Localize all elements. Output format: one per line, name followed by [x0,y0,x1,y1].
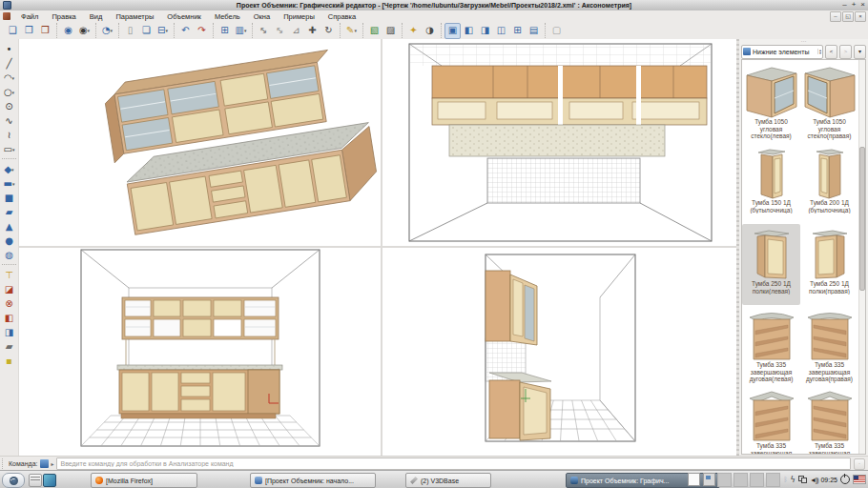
dropdown-arrow-icon[interactable]: ▾ [354,28,357,33]
dropdown-arrow-icon[interactable]: ▾ [12,181,15,187]
menu-item-справка[interactable]: Справка [321,11,362,22]
start-menu-button[interactable] [2,473,25,488]
viewport-side-elevation[interactable] [382,248,736,456]
taskbar-task-1[interactable]: [Mozilla Firefox] [91,473,197,488]
mdi-minimize-button[interactable]: – [830,11,841,22]
dropdown-arrow-icon[interactable]: ▾ [244,28,247,33]
catalog-item[interactable]: Тумба 335 завершающая дуговая(левая) [742,305,800,386]
window-left-icon[interactable]: ◧ [461,23,477,39]
solid-block-icon[interactable]: ▰ [2,205,16,219]
catalog-item[interactable]: Тумба 250 1Д полки(правая) [800,224,858,305]
rect-tool-icon[interactable]: ▭▾ [2,142,16,156]
draw-tool-icon[interactable]: ✎▾ [343,23,360,39]
catalog-item[interactable]: Тумба 335 завершающая дуговая(правая) [800,305,858,386]
move-tool-icon[interactable]: ✚ [304,23,320,39]
catalog-item[interactable]: Тумба 200 1Д (бутылочница) [800,143,858,224]
file-save-icon[interactable]: ⊟▾ [155,23,171,39]
fill-tool-icon[interactable]: ◨ [2,325,16,339]
paint-tool-icon[interactable]: ◧ [2,311,16,325]
window-quad-icon[interactable]: ⊞ [509,23,526,39]
solid-panel-icon[interactable]: ▬▾ [2,176,16,191]
solid-extrude-icon[interactable]: ◆▾ [2,162,16,176]
solid-disc-icon[interactable]: ◍ [2,248,16,262]
dropdown-arrow-icon[interactable]: ▾ [111,28,114,33]
arc-tool-icon[interactable]: ◠▾ [2,71,16,85]
redo-icon[interactable]: ↷ [194,23,210,39]
project-windows-icon[interactable]: ▥▾ [233,23,249,39]
dropdown-arrow-icon[interactable]: ▾ [12,75,15,81]
maximize-button[interactable]: + [852,0,857,10]
catalog-item[interactable]: Тумба 1050 угловая стекло(левая) [742,62,800,143]
skew-tool-icon[interactable]: ⊿ [288,23,304,39]
logout-button[interactable] [840,475,850,484]
dropdown-arrow-icon[interactable]: ▾ [165,28,168,33]
erase-tool-icon[interactable]: ▰ [2,339,16,354]
camera-dark-icon[interactable]: ◉▾ [76,23,93,39]
view-solid-icon[interactable]: ❒ [37,23,53,39]
curve-tool-icon[interactable]: ≀ [2,128,16,142]
catalog-item[interactable]: Тумба 335 завершающая [800,386,858,455]
camera-light-icon[interactable]: ◉ [60,23,76,39]
selection-region-icon[interactable]: ▢ [548,23,565,39]
mdi-close-button[interactable]: × [855,11,866,22]
menu-item-окна[interactable]: Окна [247,11,277,22]
workspace-1-pager[interactable] [688,473,700,486]
menu-item-правка[interactable]: Правка [45,11,82,22]
photo-view-icon[interactable]: ▨ [382,23,399,39]
dropdown-arrow-icon[interactable]: ▾ [88,28,91,33]
drill-tool-icon[interactable]: ⊗ [2,296,16,311]
projection-icon[interactable]: ◔▾ [99,23,115,39]
view-frame-icon[interactable]: ❒ [21,23,37,39]
window-single-icon[interactable]: ▣ [444,23,461,39]
solid-cone-icon[interactable]: ▲ [2,219,16,234]
circle-tool-icon[interactable]: ○▾ [2,85,16,99]
catalog-prev-button[interactable]: < [825,45,837,59]
catalog-item[interactable]: Тумба 250 1Д полки(левая) [742,224,800,305]
power-manager-icon[interactable]: ϟ [791,476,796,484]
menu-item-примеры[interactable]: Примеры [277,11,321,22]
solid-box-icon[interactable]: ■ [2,191,16,205]
view-model-icon[interactable]: ❑ [5,23,21,39]
taskbar-task-3[interactable]: (2) V3DBase [405,473,491,488]
workspace-2-pager[interactable] [703,473,715,486]
category-dropdown[interactable]: Нижние элементы ▴▾ [741,45,823,59]
mirror-tool-icon[interactable]: ↔ [272,23,288,39]
dropdown-arrow-icon[interactable]: ▾ [12,90,15,95]
command-history-button[interactable]: · [854,458,865,470]
menu-item-параметры[interactable]: Параметры [109,11,160,22]
orbit-view-icon[interactable]: ◑ [422,23,438,39]
viewport-front-elevation[interactable] [19,248,381,456]
command-input[interactable] [56,458,851,470]
scrollbar-thumb[interactable] [859,147,865,291]
measure-tool-icon[interactable]: ⊤ [2,268,16,282]
taskbar-task-2[interactable]: [Проект Объемник: начало... [250,473,376,488]
cut-tool-icon[interactable]: ◪ [2,282,16,296]
rotate-tool-icon[interactable]: ↻ [320,23,337,39]
undo-icon[interactable]: ↶ [177,23,194,39]
ellipse-tool-icon[interactable]: ⊙ [2,99,16,113]
menu-item-мебель[interactable]: Мебель [208,11,247,22]
window-right-icon[interactable]: ◨ [477,23,493,39]
category-spinner[interactable]: ▴▾ [817,49,821,54]
point-tool-icon[interactable]: • [2,42,16,56]
block-tool-icon[interactable]: ▪ [2,354,16,368]
close-button[interactable]: × [860,0,865,10]
desktop-launcher-icon[interactable] [43,474,56,487]
mdi-restore-button[interactable]: ◱ [842,11,854,22]
menu-item-объемник[interactable]: Объемник [160,11,208,22]
catalog-item[interactable]: Тумба 1050 угловая стекло(правая) [800,62,858,143]
dropdown-arrow-icon[interactable]: ▾ [12,147,15,152]
minimize-button[interactable]: – [842,0,846,10]
spline-tool-icon[interactable]: ∿ [2,113,16,128]
command-bar-handle[interactable] [2,458,6,469]
viewport-table-icon[interactable]: ⊞ [217,23,233,39]
file-manager-launcher-icon[interactable] [29,474,42,487]
render-icon[interactable]: ✦ [405,23,422,39]
scale-tool-icon[interactable]: ↔ [256,23,272,39]
catalog-item[interactable]: Тумба 150 1Д (бутылочница) [742,143,800,224]
file-new-icon[interactable]: ▯ [122,23,138,39]
catalog-item[interactable]: Тумба 335 завершающая [742,386,800,455]
keyboard-layout-flag-icon[interactable] [853,475,866,484]
window-list-icon[interactable]: ▤ [526,23,542,39]
network-icon[interactable] [798,476,807,483]
